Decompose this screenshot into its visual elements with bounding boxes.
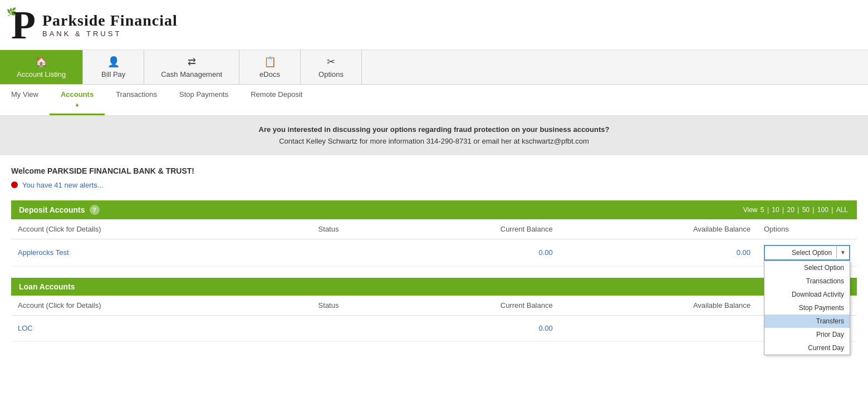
tab-edocs-label: eDocs	[259, 70, 280, 78]
loan-available-balance-cell	[560, 315, 757, 341]
account-status-cell	[281, 239, 376, 266]
deposit-help-icon[interactable]: ?	[90, 205, 100, 215]
logo-mark: P 🌿	[11, 5, 36, 45]
home-icon: 🏠	[35, 56, 47, 68]
loan-accounts-table: Account (Click for Details) Status Curre…	[11, 296, 857, 342]
edocs-icon: 📋	[264, 56, 276, 68]
loan-col-status: Status	[281, 296, 376, 316]
welcome-text: Welcome PARKSIDE FINANCIAL BANK & TRUST!	[11, 166, 857, 175]
loan-account-name-cell: LOC	[11, 315, 281, 341]
view-5-link[interactable]: 5	[761, 206, 764, 214]
bank-name: Parkside Financial	[42, 12, 178, 30]
view-100-link[interactable]: 100	[817, 206, 828, 214]
account-link-loc[interactable]: LOC	[18, 324, 33, 332]
logo-leaf-icon: 🌿	[7, 7, 38, 16]
table-row: LOC 0.00 Select Option ▼	[11, 315, 857, 341]
deposit-dropdown-menu: Select Option Transactions Download Acti…	[764, 261, 850, 355]
loan-accounts-section: Loan Accounts View Account (Click for De…	[11, 278, 857, 342]
sub-tab-accounts[interactable]: Accounts ▲	[50, 85, 105, 115]
dropdown-item-transfers[interactable]: Transfers	[764, 315, 850, 328]
dropdown-item-current-day[interactable]: Current Day	[764, 341, 850, 355]
deposit-accounts-title: Deposit Accounts ?	[19, 205, 100, 215]
view-20-link[interactable]: 20	[787, 206, 795, 214]
sub-tab-my-view[interactable]: My View	[0, 85, 50, 115]
sub-tab-stop-payments[interactable]: Stop Payments	[168, 85, 239, 115]
account-available-balance-cell: 0.00	[560, 239, 757, 266]
col-options: Options	[757, 219, 857, 239]
dropdown-item-stop-payments[interactable]: Stop Payments	[764, 301, 850, 315]
loan-status-cell	[281, 315, 376, 341]
col-account: Account (Click for Details)	[11, 219, 281, 239]
view-all-link[interactable]: ALL	[836, 206, 848, 214]
logo-container: P 🌿 Parkside Financial BANK & TRUST	[11, 5, 178, 45]
loan-accounts-header: Loan Accounts View	[11, 278, 857, 296]
tab-options-label: Options	[318, 70, 344, 78]
account-options-cell: Select Option ▼ Select Option Transactio…	[757, 239, 857, 266]
alert-line2: Contact Kelley Schwartz for more informa…	[8, 136, 860, 148]
table-row: Applerocks Test 0.00 0.00 Select Option …	[11, 239, 857, 266]
alerts-container: You have 41 new alerts...	[11, 181, 857, 189]
dropdown-item-prior-day[interactable]: Prior Day	[764, 328, 850, 341]
deposit-select-button[interactable]: Select Option ▼	[764, 245, 850, 261]
deposit-accounts-header: Deposit Accounts ? View 5 | 10 | 20 | 50…	[11, 200, 857, 219]
deposit-view-links: View 5 | 10 | 20 | 50 | 100 | ALL	[743, 206, 849, 214]
deposit-accounts-table: Account (Click for Details) Status Curre…	[11, 219, 857, 267]
col-available-balance: Available Balance	[560, 219, 757, 239]
tab-bill-pay-label: Bill Pay	[101, 70, 125, 78]
dropdown-item-transactions[interactable]: Transactions	[764, 274, 850, 288]
deposit-accounts-section: Deposit Accounts ? View 5 | 10 | 20 | 50…	[11, 200, 857, 267]
bank-sub: BANK & TRUST	[42, 30, 178, 38]
col-status: Status	[281, 219, 376, 239]
dropdown-item-download-activity[interactable]: Download Activity	[764, 288, 850, 301]
tab-bill-pay[interactable]: 👤 Bill Pay	[83, 50, 144, 84]
account-current-balance-cell: 0.00	[376, 239, 560, 266]
tab-account-listing[interactable]: 🏠 Account Listing	[0, 50, 83, 84]
sub-tab-remote-deposit[interactable]: Remote Deposit	[239, 85, 313, 115]
tab-edocs[interactable]: 📋 eDocs	[239, 50, 301, 84]
view-50-link[interactable]: 50	[802, 206, 810, 214]
loan-accounts-title: Loan Accounts	[19, 282, 75, 291]
alert-banner: Are you interested in discussing your op…	[0, 116, 868, 155]
alert-dot-icon	[11, 181, 18, 188]
options-icon: ✂	[327, 56, 335, 68]
tab-account-listing-label: Account Listing	[17, 70, 66, 78]
bill-pay-icon: 👤	[107, 56, 120, 68]
sub-nav: My View Accounts ▲ Transactions Stop Pay…	[0, 85, 868, 116]
loan-col-available-balance: Available Balance	[560, 296, 757, 316]
dropdown-item-select-option[interactable]: Select Option	[764, 261, 850, 274]
header: P 🌿 Parkside Financial BANK & TRUST	[0, 0, 868, 50]
main-content: Welcome PARKSIDE FINANCIAL BANK & TRUST!…	[0, 155, 868, 364]
deposit-dropdown-arrow-icon: ▼	[836, 247, 849, 258]
cash-mgmt-icon: ⇄	[188, 56, 196, 68]
loan-col-account: Account (Click for Details)	[11, 296, 281, 316]
tab-cash-management-label: Cash Management	[161, 70, 222, 78]
account-name-cell: Applerocks Test	[11, 239, 281, 266]
account-link-applerocks[interactable]: Applerocks Test	[18, 248, 69, 257]
alerts-link[interactable]: You have 41 new alerts...	[22, 181, 104, 189]
deposit-select-label: Select Option	[765, 246, 836, 259]
sub-tab-transactions[interactable]: Transactions	[105, 85, 168, 115]
tab-cash-management[interactable]: ⇄ Cash Management	[144, 50, 239, 84]
main-nav: 🏠 Account Listing 👤 Bill Pay ⇄ Cash Mana…	[0, 50, 868, 85]
loan-current-balance-cell: 0.00	[376, 315, 560, 341]
view-10-link[interactable]: 10	[772, 206, 779, 214]
tab-options[interactable]: ✂ Options	[301, 50, 362, 84]
alert-line1: Are you interested in discussing your op…	[259, 125, 610, 134]
loan-col-current-balance: Current Balance	[376, 296, 560, 316]
logo-text: Parkside Financial BANK & TRUST	[42, 12, 178, 38]
col-current-balance: Current Balance	[376, 219, 560, 239]
